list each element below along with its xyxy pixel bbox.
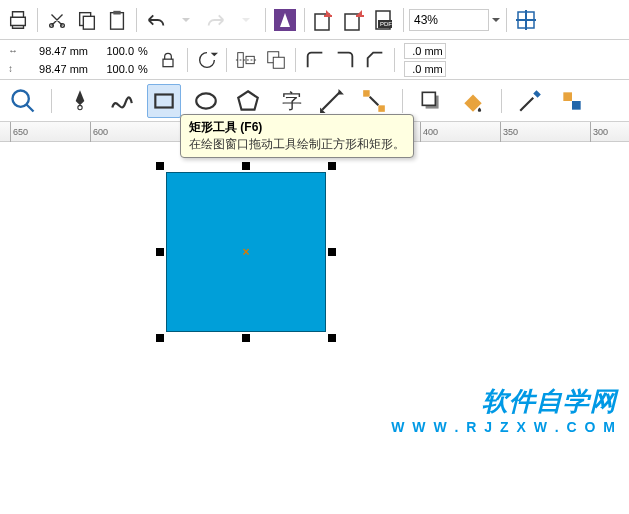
- svg-rect-29: [422, 92, 435, 105]
- zoom-tool[interactable]: [6, 84, 40, 118]
- dimensions-block: ↔ 98.47 mm ↕ 98.47 mm: [4, 43, 92, 77]
- pen-tool[interactable]: [63, 84, 97, 118]
- scale-block: 100.0 % 100.0 %: [94, 43, 152, 77]
- divider: [304, 8, 305, 32]
- ellipse-tool[interactable]: [189, 84, 223, 118]
- svg-point-21: [196, 93, 216, 108]
- ruler-tick: 400: [420, 122, 438, 142]
- selection-handle-bl[interactable]: [156, 334, 164, 342]
- redo-dropdown: [232, 6, 260, 34]
- align-distribute-button[interactable]: [232, 46, 260, 74]
- svg-rect-26: [378, 105, 385, 112]
- tooltip-description: 在绘图窗口拖动工具绘制正方形和矩形。: [189, 136, 405, 153]
- lock-ratio-button[interactable]: [154, 46, 182, 74]
- selection-handle-bm[interactable]: [242, 334, 250, 342]
- rotate-button[interactable]: [193, 46, 221, 74]
- outline-width-2[interactable]: [404, 61, 446, 77]
- zoom-dropdown-icon[interactable]: [491, 15, 501, 25]
- publish-pdf-button[interactable]: PDF: [370, 6, 398, 34]
- divider: [501, 89, 502, 113]
- selection-handle-mr[interactable]: [328, 248, 336, 256]
- svg-rect-11: [163, 59, 173, 66]
- outline-width-1[interactable]: [404, 43, 446, 59]
- selection-handle-tl[interactable]: [156, 162, 164, 170]
- app-launcher-button[interactable]: [271, 6, 299, 34]
- selection-handle-br[interactable]: [328, 334, 336, 342]
- svg-rect-25: [363, 90, 370, 97]
- svg-marker-22: [238, 91, 258, 109]
- corner-tl-button[interactable]: [301, 46, 329, 74]
- svg-rect-16: [273, 57, 284, 68]
- height-value[interactable]: 98.47 mm: [26, 63, 88, 75]
- undo-dropdown[interactable]: [172, 6, 200, 34]
- watermark-url: W W W . R J Z X W . C O M: [391, 419, 617, 435]
- divider: [187, 48, 188, 72]
- svg-text:字: 字: [282, 89, 302, 111]
- ruler-tick: 600: [90, 122, 108, 142]
- divider: [51, 89, 52, 113]
- selection-center-mark[interactable]: ×: [242, 248, 250, 256]
- text-tool[interactable]: 字: [273, 84, 307, 118]
- divider: [136, 8, 137, 32]
- selection-handle-tr[interactable]: [328, 162, 336, 170]
- svg-rect-20: [155, 94, 172, 107]
- corner-chamfer-button[interactable]: [361, 46, 389, 74]
- interactive-fill-tool[interactable]: [555, 84, 589, 118]
- divider: [394, 48, 395, 72]
- connector-tool[interactable]: [357, 84, 391, 118]
- redo-button: [202, 6, 230, 34]
- property-bar: ↔ 98.47 mm ↕ 98.47 mm 100.0 % 100.0 %: [0, 40, 629, 80]
- selection-handle-tm[interactable]: [242, 162, 250, 170]
- fill-tool[interactable]: [456, 84, 490, 118]
- watermark: 软件自学网 W W W . R J Z X W . C O M: [391, 384, 617, 435]
- svg-line-24: [322, 91, 340, 109]
- svg-rect-30: [563, 92, 572, 101]
- rectangle-tool[interactable]: [147, 84, 181, 118]
- divider: [295, 48, 296, 72]
- import-button[interactable]: [310, 6, 338, 34]
- ruler-tick: 300: [590, 122, 608, 142]
- watermark-text-cn: 软件自学网: [391, 384, 617, 419]
- undo-button[interactable]: [142, 6, 170, 34]
- polygon-tool[interactable]: [231, 84, 265, 118]
- svg-rect-31: [572, 101, 581, 110]
- cut-button[interactable]: [43, 6, 71, 34]
- zoom-level-input[interactable]: [409, 9, 489, 31]
- ruler-tick: 350: [500, 122, 518, 142]
- corner-tr-button[interactable]: [331, 46, 359, 74]
- print-button[interactable]: [4, 6, 32, 34]
- svg-point-17: [13, 90, 29, 106]
- svg-rect-3: [113, 10, 120, 14]
- dimension-tool[interactable]: [315, 84, 349, 118]
- svg-point-19: [78, 105, 82, 109]
- copy-button[interactable]: [73, 6, 101, 34]
- outline-block: [400, 43, 450, 77]
- fullscreen-button[interactable]: [512, 6, 540, 34]
- divider: [226, 48, 227, 72]
- main-toolbar: PDF: [0, 0, 629, 40]
- freehand-tool[interactable]: [105, 84, 139, 118]
- selection-handle-ml[interactable]: [156, 248, 164, 256]
- paste-button[interactable]: [103, 6, 131, 34]
- width-value[interactable]: 98.47 mm: [26, 45, 88, 57]
- scale-x-value[interactable]: 100.0: [98, 45, 134, 57]
- divider: [506, 8, 507, 32]
- canvas[interactable]: 矩形工具 (F6) 在绘图窗口拖动工具绘制正方形和矩形。 × 软件自学网 W W…: [0, 142, 629, 514]
- height-icon: ↕: [8, 63, 22, 74]
- export-button[interactable]: [340, 6, 368, 34]
- drop-shadow-tool[interactable]: [414, 84, 448, 118]
- svg-text:PDF: PDF: [380, 21, 392, 27]
- eyedropper-tool[interactable]: [513, 84, 547, 118]
- scale-y-value[interactable]: 100.0: [98, 63, 134, 75]
- percent-label: %: [138, 63, 148, 75]
- divider: [403, 8, 404, 32]
- width-icon: ↔: [8, 45, 22, 56]
- tooltip-title: 矩形工具 (F6): [189, 119, 405, 136]
- svg-rect-1: [83, 16, 94, 29]
- percent-label: %: [138, 45, 148, 57]
- order-button[interactable]: [262, 46, 290, 74]
- divider: [265, 8, 266, 32]
- svg-line-27: [370, 96, 379, 105]
- divider: [37, 8, 38, 32]
- svg-rect-2: [111, 12, 124, 29]
